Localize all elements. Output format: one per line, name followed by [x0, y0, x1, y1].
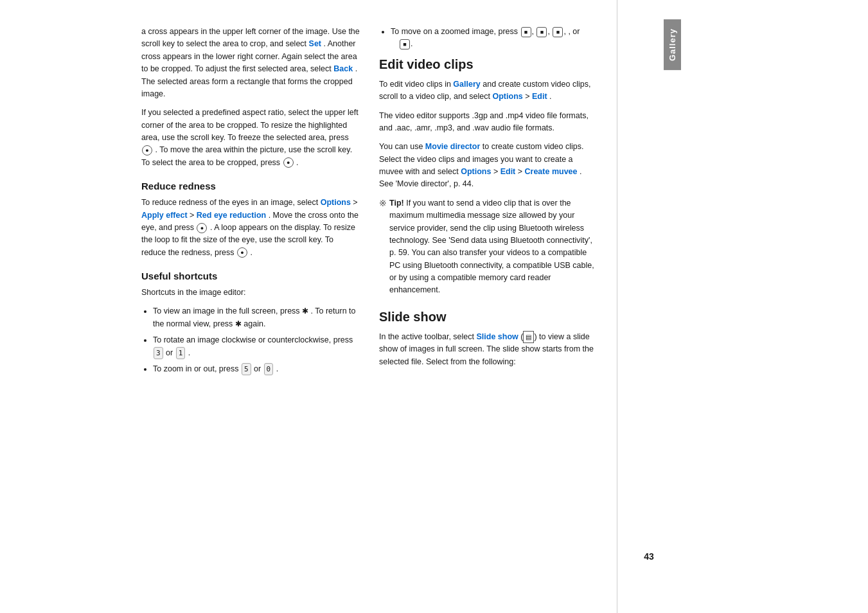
- ss-icon: (▤): [520, 332, 539, 341]
- circle-key-4: ●: [237, 247, 247, 258]
- star-key-1: ✱: [302, 306, 308, 315]
- shortcuts-intro: Shortcuts in the image editor:: [141, 287, 360, 299]
- rr-apply-link[interactable]: Apply effect: [141, 211, 188, 220]
- tip-paragraph: Tip! If you want to send a video clip th…: [389, 197, 598, 297]
- key-1: 1: [176, 347, 186, 359]
- nav-key-4: ■: [400, 39, 410, 49]
- tip-body: If you want to send a video clip that is…: [389, 199, 594, 295]
- shortcut-item-1: To view an image in the full screen, pre…: [153, 305, 360, 330]
- left-margin: [0, 0, 128, 613]
- right-sidebar: Gallery 43: [617, 0, 681, 613]
- circle-key-3: ●: [197, 223, 207, 233]
- star-key-2: ✱: [235, 319, 242, 328]
- main-content: a cross appears in the upper left corner…: [128, 0, 617, 613]
- ss-text-1: In the active toolbar, select: [379, 332, 474, 341]
- rr-text-1: To reduce redness of the eyes in an imag…: [141, 198, 318, 207]
- move-list: To move on a zoomed image, press ■, ■, ■…: [379, 26, 598, 51]
- nav-key-1: ■: [521, 27, 531, 37]
- ev-movie-director-link[interactable]: Movie director: [425, 142, 480, 151]
- slide-show-heading: Slide show: [379, 310, 598, 324]
- shortcut-item-2: To rotate an image clockwise or counterc…: [153, 334, 360, 359]
- ev-options2-link[interactable]: Options: [461, 167, 491, 176]
- rr-text-2: >: [353, 198, 357, 207]
- edit-video-paragraph-1: To edit video clips in Gallery and creat…: [379, 78, 598, 103]
- ev-text-4: .: [549, 92, 551, 101]
- predefined-text-3: .: [296, 158, 298, 167]
- tip-box: ※ Tip! If you want to send a video clip …: [379, 197, 598, 303]
- reduce-redness-heading: Reduce redness: [141, 181, 360, 191]
- page-number: 43: [617, 551, 681, 562]
- intro-paragraph: a cross appears in the upper left corner…: [141, 26, 360, 100]
- nav-key-3: ■: [553, 27, 563, 37]
- key-5: 5: [242, 363, 251, 375]
- right-column: To move on a zoomed image, press ■, ■, ■…: [379, 26, 598, 382]
- circle-key-2: ●: [283, 157, 294, 168]
- page-container: a cross appears in the upper left corner…: [0, 0, 868, 613]
- edit-video-clips-heading: Edit video clips: [379, 57, 598, 72]
- edit-video-paragraph-3: You can use Movie director to create cus…: [379, 141, 598, 191]
- ev-text-6: You can use: [379, 142, 423, 151]
- rr-red-eye-link[interactable]: Red eye reduction: [197, 211, 266, 220]
- ev-create-link[interactable]: Create muvee: [525, 167, 578, 176]
- key-3: 3: [154, 347, 163, 359]
- move-item: To move on a zoomed image, press ■, ■, ■…: [391, 26, 598, 51]
- key-0: 0: [264, 363, 274, 375]
- reduce-redness-paragraph: To reduce redness of the eyes in an imag…: [141, 197, 360, 259]
- nav-key-2: ■: [536, 27, 547, 37]
- move-text-2: , or: [568, 27, 580, 36]
- slide-show-paragraph: In the active toolbar, select Slide show…: [379, 331, 598, 368]
- predefined-text-1: If you selected a predefined aspect rati…: [141, 108, 359, 142]
- circle-key-1: ●: [142, 145, 152, 155]
- ss-slide-link[interactable]: Slide show: [477, 332, 518, 341]
- rr-text-6: .: [251, 248, 252, 257]
- move-text-1: To move on a zoomed image, press: [391, 27, 518, 36]
- predefined-paragraph: If you selected a predefined aspect rati…: [141, 107, 360, 169]
- tip-label: Tip!: [389, 199, 404, 208]
- ev-options-link[interactable]: Options: [493, 92, 523, 101]
- back-link[interactable]: Back: [333, 64, 353, 73]
- rr-text-3: >: [190, 211, 197, 220]
- ev-text-9: >: [518, 167, 525, 176]
- rr-options-link[interactable]: Options: [321, 198, 351, 207]
- predefined-text-2: . To move the area within the picture, u…: [141, 145, 352, 166]
- edit-video-paragraph-2: The video editor supports .3gp and .mp4 …: [379, 110, 598, 135]
- ev-text-3: >: [525, 92, 529, 101]
- useful-shortcuts-heading: Useful shortcuts: [141, 271, 360, 281]
- gallery-tab: Gallery: [664, 19, 681, 70]
- ev-gallery-link[interactable]: Gallery: [453, 80, 480, 89]
- set-link[interactable]: Set: [309, 39, 321, 48]
- left-column: a cross appears in the upper left corner…: [141, 26, 360, 382]
- ev-text-8: >: [493, 167, 500, 176]
- ev-text-1: To edit video clips in: [379, 80, 451, 89]
- shortcuts-list: To view an image in the full screen, pre…: [141, 305, 360, 375]
- ev-edit-link[interactable]: Edit: [532, 92, 547, 101]
- content-columns: a cross appears in the upper left corner…: [141, 26, 598, 382]
- shortcut-item-3: To zoom in or out, press 5 or 0 .: [153, 363, 360, 375]
- ev-edit2-link[interactable]: Edit: [500, 167, 516, 176]
- tip-icon: ※: [379, 198, 387, 208]
